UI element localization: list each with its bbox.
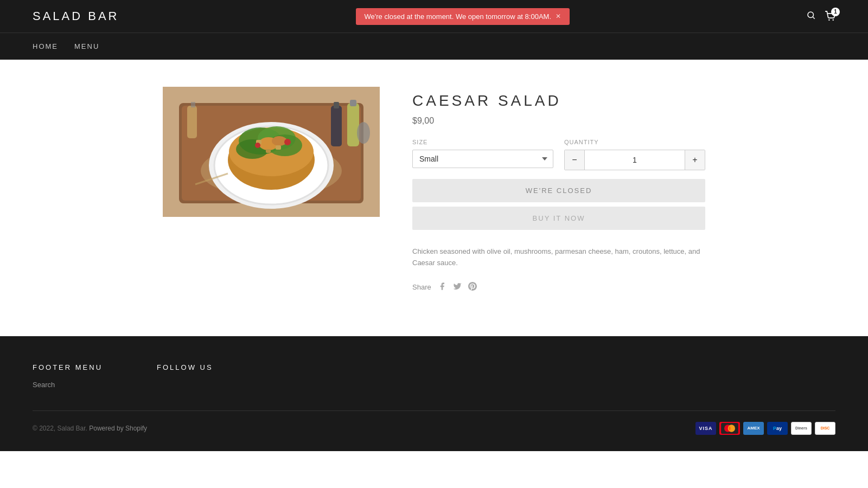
quantity-decrease-button[interactable]: −	[565, 150, 584, 170]
buy-it-now-button: BUY IT NOW	[412, 207, 705, 230]
svg-line-1	[813, 17, 814, 18]
svg-point-23	[255, 143, 260, 148]
payment-icons: VISA AMEX Pay Diners DISC	[695, 422, 835, 435]
svg-point-0	[808, 12, 814, 18]
product-image	[163, 87, 380, 217]
quantity-label: QUANTITY	[564, 139, 705, 145]
amex-icon: AMEX	[743, 422, 764, 435]
size-option-group: SIZE Small Medium Large	[412, 139, 553, 168]
footer-menu-section: FOOTER MENU Search	[33, 363, 103, 389]
svg-rect-26	[331, 106, 342, 146]
footer-menu-title: FOOTER MENU	[33, 363, 103, 371]
footer-follow-title: FOLLOW US	[157, 363, 213, 371]
footer-top: FOOTER MENU Search FOLLOW US	[33, 363, 835, 389]
svg-rect-30	[187, 106, 197, 138]
discover-icon: DISC	[815, 422, 835, 435]
footer-search-link[interactable]: Search	[33, 381, 55, 389]
facebook-share-icon[interactable]	[438, 282, 446, 293]
svg-point-2	[828, 19, 829, 20]
copyright-text: © 2022, Salad Bar.	[33, 425, 87, 432]
pinterest-share-icon[interactable]	[468, 282, 477, 293]
main-nav: HOME MENU	[0, 33, 868, 60]
notice-close-button[interactable]: ✕	[556, 12, 561, 20]
visa-card-icon: VISA	[695, 422, 716, 435]
site-footer: FOOTER MENU Search FOLLOW US © 2022, Sal…	[0, 336, 868, 451]
site-header: SALAD BAR We're closed at the moment. We…	[0, 0, 868, 60]
quantity-option-group: QUANTITY − 1 +	[564, 139, 705, 170]
product-layout: CAESAR SALAD $9,00 SIZE Small Medium Lar…	[163, 87, 705, 293]
nav-item-home[interactable]: HOME	[33, 40, 58, 53]
we-are-closed-button: WE'RE CLOSED	[412, 179, 705, 202]
product-description: Chicken seasoned with olive oil, mushroo…	[412, 246, 705, 269]
svg-rect-27	[334, 102, 339, 108]
paypal-icon: Pay	[767, 422, 788, 435]
twitter-share-icon[interactable]	[453, 282, 462, 293]
share-row: Share	[412, 282, 705, 293]
mastercard-icon	[719, 422, 740, 435]
product-image-wrap	[163, 87, 380, 293]
notice-text: We're closed at the moment. We open tomo…	[365, 12, 552, 21]
product-options-row: SIZE Small Medium Large QUANTITY − 1 +	[412, 139, 705, 170]
svg-rect-20	[276, 145, 281, 150]
cart-badge: 1	[831, 8, 840, 16]
quantity-increase-button[interactable]: +	[685, 150, 705, 170]
size-select[interactable]: Small Medium Large	[412, 150, 553, 168]
footer-follow-section: FOLLOW US	[157, 363, 213, 389]
quantity-value: 1	[584, 150, 685, 170]
svg-point-28	[357, 122, 370, 144]
cart-icon-wrap[interactable]: 1	[825, 11, 835, 22]
product-price: $9,00	[412, 116, 705, 126]
svg-point-22	[284, 139, 291, 145]
search-icon[interactable]	[806, 10, 816, 23]
shopify-link[interactable]: Powered by Shopify	[89, 425, 147, 432]
footer-bottom: © 2022, Salad Bar. Powered by Shopify VI…	[33, 410, 835, 435]
svg-rect-31	[191, 102, 195, 107]
size-label: SIZE	[412, 139, 553, 145]
product-details: CAESAR SALAD $9,00 SIZE Small Medium Lar…	[412, 87, 705, 293]
svg-rect-21	[266, 149, 271, 153]
svg-rect-24	[347, 103, 359, 146]
site-title: SALAD BAR	[33, 9, 119, 23]
svg-point-3	[833, 19, 834, 20]
footer-copyright: © 2022, Salad Bar. Powered by Shopify	[33, 425, 147, 432]
main-content: CAESAR SALAD $9,00 SIZE Small Medium Lar…	[0, 60, 868, 336]
header-icons: 1	[806, 10, 835, 23]
nav-item-menu[interactable]: MENU	[74, 40, 99, 53]
product-title: CAESAR SALAD	[412, 92, 705, 110]
share-label: Share	[412, 283, 431, 291]
svg-rect-25	[350, 100, 356, 106]
closed-notice-banner: We're closed at the moment. We open tomo…	[356, 8, 570, 25]
quantity-controls: − 1 +	[564, 150, 705, 170]
diners-icon: Diners	[791, 422, 812, 435]
